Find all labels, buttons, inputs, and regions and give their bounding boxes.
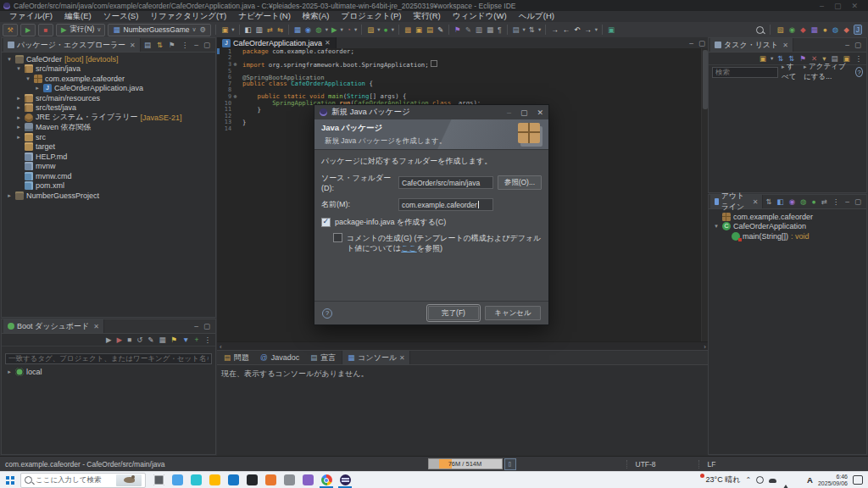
window-close-button[interactable]: ✕ <box>851 2 858 10</box>
table-icon[interactable]: ▦ <box>486 26 494 34</box>
tree-item[interactable]: ▸src <box>2 132 215 142</box>
add-icon[interactable]: + <box>194 336 200 344</box>
minimize-panel-button[interactable]: – <box>845 41 849 49</box>
expander-icon[interactable]: ▸ <box>15 124 22 130</box>
perspective-jee-icon[interactable]: ▦ <box>810 26 819 34</box>
coverage-icon[interactable]: ◍ <box>314 26 322 34</box>
taskbar-app-eclipse[interactable] <box>336 472 354 488</box>
menu-item[interactable]: ソース(S) <box>97 11 145 22</box>
synchronize-icon[interactable]: ⇅ <box>776 55 784 63</box>
taskbar-app-voice-recorder[interactable] <box>298 472 317 488</box>
dropdown-arrow-icon[interactable]: ▾ <box>231 26 234 33</box>
tab-宣言[interactable]: ▤宣言 <box>305 351 340 364</box>
tray-onedrive-icon[interactable] <box>769 476 776 484</box>
tab-editor-cafeorderapplication[interactable]: CafeOrderApplication.java ✕ <box>217 37 337 48</box>
start-debug-icon[interactable]: ▶ <box>116 336 124 344</box>
close-icon[interactable]: ✕ <box>93 323 99 330</box>
hide-nonpublic-icon[interactable]: ◍ <box>799 198 807 206</box>
taskbar-app-media-player[interactable] <box>261 472 280 488</box>
last-edit-location-icon[interactable]: ↶ <box>573 26 581 34</box>
tree-item[interactable]: target <box>2 142 215 152</box>
dropdown-arrow-icon[interactable]: ▾ <box>341 26 343 33</box>
maximize-panel-button[interactable]: ▢ <box>854 197 861 206</box>
collapse-all-icon[interactable]: ▤ <box>143 42 152 49</box>
tree-item[interactable]: ▸CafeOrderApplication.java <box>2 84 215 94</box>
expander-icon[interactable]: ▾ <box>713 223 720 230</box>
tree-item[interactable]: com.example.cafeorder <box>709 212 866 222</box>
taskbar-app-widgets[interactable] <box>168 472 186 488</box>
next-annotation-icon[interactable]: → <box>550 26 559 34</box>
menu-item[interactable]: 編集(E) <box>58 11 97 22</box>
all-scope-dropdown[interactable]: ▸ すべて <box>782 62 800 82</box>
restart-icon[interactable]: ↺ <box>136 336 143 344</box>
expander-icon[interactable]: ▸ <box>15 114 22 121</box>
encoding-indicator[interactable]: UTF-8 <box>626 460 665 469</box>
dropdown-arrow-icon[interactable]: ▾ <box>595 26 598 33</box>
window-maximize-button[interactable]: ▢ <box>834 2 842 10</box>
tree-item[interactable]: ▾src/main/java <box>2 64 215 75</box>
tree-item[interactable]: ▸NumberGuessProject <box>2 191 215 201</box>
view-menu-icon[interactable]: ⋮ <box>832 198 841 206</box>
run-toolbar-icon[interactable]: ▶ <box>331 26 338 34</box>
perspective-git-icon[interactable]: ◆ <box>799 26 807 34</box>
link-editor-icon[interactable]: ⇅ <box>156 42 164 49</box>
tab-outline[interactable]: アウトライン ✕ <box>710 195 763 208</box>
show-hidden-icons-button[interactable]: ⌃ <box>745 476 751 484</box>
dropdown-arrow-icon[interactable]: ▾ <box>377 26 380 33</box>
link-icon[interactable]: ⇄ <box>821 198 828 206</box>
heap-status[interactable]: 76M / 514M <box>428 458 503 469</box>
text-icon[interactable]: ¶ <box>497 26 503 34</box>
taskbar-app-paint3d[interactable] <box>280 472 298 488</box>
tree-item[interactable]: ▸JRE システム・ライブラリー [JavaSE-21] <box>2 113 215 123</box>
expander-icon[interactable]: ▸ <box>15 95 22 102</box>
source-folder-input[interactable]: CafeOrder/src/main/java <box>398 176 493 189</box>
open-task-icon[interactable]: ▤ <box>512 26 520 34</box>
dialog-maximize-button[interactable]: ▢ <box>520 108 528 117</box>
tab-boot-dashboard[interactable]: Boot ダッシュボード ✕ <box>3 319 104 333</box>
tree-item[interactable]: mvnw <box>2 162 215 172</box>
taskbar-app-store[interactable] <box>224 472 242 488</box>
close-icon[interactable]: ✕ <box>399 354 405 362</box>
search-highlight-bird-image[interactable] <box>116 474 142 486</box>
tree-item[interactable]: ▸src/main/resources <box>2 93 215 103</box>
here-link[interactable]: ここ <box>401 244 416 252</box>
start-button[interactable] <box>0 472 20 488</box>
dropdown-arrow-icon[interactable]: ▾ <box>354 26 357 33</box>
generate-comments-checkbox[interactable] <box>333 233 342 242</box>
annotate-icon[interactable]: ✎ <box>437 26 444 34</box>
taskbar-search-box[interactable]: ここに入力して検索 <box>20 473 146 488</box>
profile-icon[interactable]: ◔ <box>346 26 352 34</box>
javadoc-icon[interactable]: ⚑ <box>453 26 462 34</box>
launch-target-combo[interactable]: ▦ NumberGuessGame ∨ ⚙ <box>108 24 211 36</box>
gear-icon[interactable]: ⚙ <box>199 26 208 34</box>
perspective-web-icon[interactable]: ◍ <box>832 26 839 34</box>
new-wizard-icon[interactable]: ▣ <box>220 26 229 34</box>
close-icon[interactable]: ✕ <box>325 39 331 47</box>
hide-static-icon[interactable]: ◉ <box>788 198 796 206</box>
weather-widget[interactable]: 23°C 晴れ <box>693 474 741 485</box>
menu-item[interactable]: ファイル(F) <box>3 11 58 22</box>
menu-item[interactable]: 検索(A) <box>297 11 336 22</box>
taskbar-app-terminal[interactable] <box>242 472 261 488</box>
run-configurations-combo[interactable]: ▶ 実行(N) ∨ <box>56 24 105 36</box>
package-name-input[interactable]: com.example.cafeorder <box>398 198 493 211</box>
run-gc-button[interactable]: ▯ <box>504 458 516 470</box>
tray-volume-icon[interactable] <box>794 476 802 484</box>
tree-item[interactable]: pom.xml <box>2 181 215 191</box>
filters-icon[interactable]: ⚑ <box>168 42 176 49</box>
prev-annotation-icon[interactable]: ← <box>562 26 571 34</box>
dialog-title-bar[interactable]: 新規 Java パッケージ – ▢ ✕ <box>314 105 548 119</box>
new-java-project-icon[interactable]: ▨ <box>366 26 375 34</box>
tree-item[interactable]: HELP.md <box>2 152 215 162</box>
sort-icon[interactable]: ⇅ <box>765 198 772 206</box>
dialog-help-icon[interactable]: ? <box>322 308 332 319</box>
tab-問題[interactable]: ▤問題 <box>219 351 253 364</box>
expander-icon[interactable]: ▸ <box>6 192 13 199</box>
new-folder-icon[interactable]: ▣ <box>415 26 423 34</box>
expander-icon[interactable]: ▸ <box>15 104 22 111</box>
tree-item[interactable]: main(String[]) : void <box>709 231 866 241</box>
open-config-icon[interactable]: ✎ <box>147 336 154 344</box>
filter-icon[interactable]: ▼ <box>181 336 190 344</box>
cancel-button[interactable]: キャンセル <box>485 306 541 320</box>
maximize-panel-button[interactable]: ▢ <box>203 322 210 330</box>
